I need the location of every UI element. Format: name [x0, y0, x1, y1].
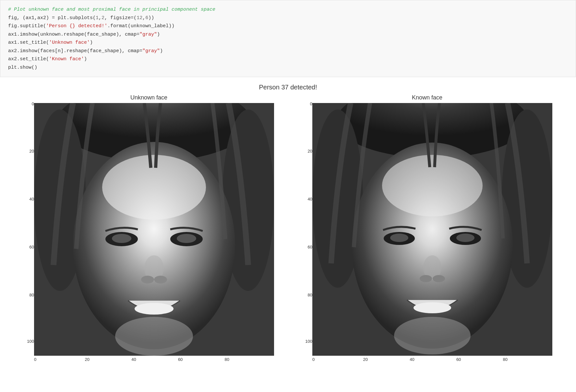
left-x-tick-0: 0: [34, 357, 36, 362]
svg-point-23: [390, 234, 408, 242]
svg-point-24: [456, 234, 474, 242]
svg-point-14: [115, 317, 193, 356]
code-line-6: ax2.set_title('Known face'): [8, 55, 568, 63]
code-comment: # Plot unknown face and most proximal fa…: [8, 6, 568, 14]
left-y-tick-0: 0: [32, 101, 34, 106]
right-y-tick-100: 100: [305, 339, 312, 344]
svg-point-28: [414, 302, 451, 313]
right-y-tick-60: 60: [308, 245, 312, 249]
left-y-axis: 0 20 40 60 80 100: [24, 103, 34, 356]
svg-point-20: [382, 155, 483, 216]
code-line-7: plt.show(): [8, 63, 568, 72]
svg-point-9: [177, 234, 196, 243]
code-line-1: fig, (ax1,ax2) = plt.subplots(1,2, figsi…: [8, 14, 568, 22]
svg-point-13: [135, 303, 174, 315]
svg-point-5: [102, 155, 206, 220]
code-line-2: fig.suptitle('Person {} detected!'.forma…: [8, 22, 568, 30]
right-image-container: [312, 103, 552, 356]
plot-title: Person 37 detected!: [13, 84, 563, 91]
left-y-tick-40: 40: [30, 197, 34, 202]
svg-point-29: [394, 317, 471, 354]
right-x-tick-60: 60: [456, 357, 461, 362]
right-y-tick-40: 40: [308, 197, 312, 202]
right-y-tick-0: 0: [310, 101, 312, 106]
code-line-3: ax1.imshow(unknown.reshape(face_shape), …: [8, 30, 568, 39]
left-x-tick-40: 40: [131, 357, 136, 362]
left-y-tick-80: 80: [30, 293, 34, 297]
right-x-axis: 0 20 40 60 80 X: [312, 356, 552, 362]
right-x-tick-0: 0: [312, 357, 315, 362]
left-y-tick-60: 60: [30, 245, 34, 249]
right-plot-title: Known face: [412, 94, 442, 101]
right-x-tick-40: 40: [410, 357, 414, 362]
svg-point-26: [420, 275, 432, 282]
plot-area: Person 37 detected! Unknown face 0 20 40…: [0, 77, 576, 375]
svg-point-27: [433, 275, 445, 282]
left-x-tick-20: 20: [85, 357, 89, 362]
right-y-tick-80: 80: [308, 293, 312, 297]
left-x-tick-80: 80: [225, 357, 229, 362]
svg-point-12: [154, 276, 167, 283]
right-plot-wrapper: 0 20 40 60 80 X: [312, 103, 552, 362]
left-x-axis: 0 20 40 60 80 X: [34, 356, 274, 362]
left-image-container: [34, 103, 274, 356]
right-y-axis: 0 20 40 60 80 100: [302, 103, 312, 356]
right-axis-image: 0 20 40 60 80 100: [302, 103, 552, 362]
left-face-image: [34, 103, 274, 356]
plots-row: Unknown face 0 20 40 60 80 100: [13, 94, 563, 362]
svg-point-11: [141, 276, 154, 283]
right-face-image: [312, 103, 552, 356]
code-line-4: ax1.set_title('Unknown face'): [8, 39, 568, 47]
right-y-tick-20: 20: [308, 149, 312, 154]
left-y-tick-20: 20: [30, 149, 34, 154]
code-block: # Plot unknown face and most proximal fa…: [0, 0, 576, 77]
left-plot-title: Unknown face: [130, 94, 167, 101]
right-x-tick-80: 80: [503, 357, 508, 362]
left-y-tick-100: 100: [27, 339, 34, 344]
left-plot: Unknown face 0 20 40 60 80 100: [13, 94, 285, 362]
left-plot-wrapper: 0 20 40 60 80 X: [34, 103, 274, 362]
right-plot: Known face 0 20 40 60 80 100: [291, 94, 563, 362]
code-line-5: ax2.imshow(faces[n].reshape(face_shape),…: [8, 47, 568, 55]
left-x-tick-60: 60: [178, 357, 183, 362]
left-axis-image: 0 20 40 60 80 100: [24, 103, 274, 362]
right-x-tick-20: 20: [363, 357, 367, 362]
svg-point-8: [112, 234, 131, 243]
